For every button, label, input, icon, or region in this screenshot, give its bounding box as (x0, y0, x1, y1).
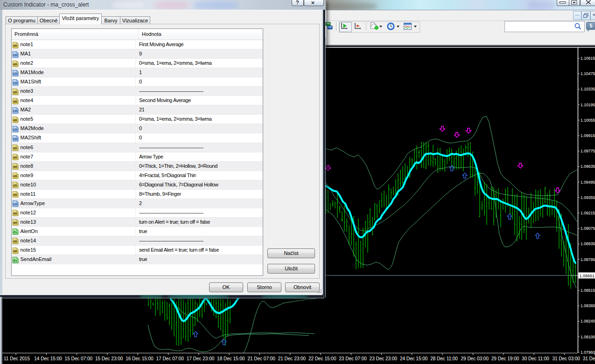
svg-text:1.09355: 1.09355 (581, 195, 595, 200)
svg-text:ab: ab (13, 155, 17, 159)
svg-text:ab: ab (13, 240, 17, 244)
svg-text:ab: ab (13, 211, 17, 215)
svg-text:14 Dec 15:00: 14 Dec 15:00 (34, 356, 62, 361)
svg-text:1.09775: 1.09775 (581, 149, 595, 153)
svg-text:24 Dec 15:00: 24 Dec 15:00 (400, 356, 428, 361)
svg-text:1.08795: 1.08795 (581, 257, 595, 262)
svg-text:1.09635: 1.09635 (581, 164, 595, 169)
svg-text:16 Dec 15:00: 16 Dec 15:00 (126, 356, 154, 361)
svg-text:1.08240: 1.08240 (581, 319, 595, 323)
svg-text:1.09075: 1.09075 (581, 226, 595, 231)
svg-text:17 Dec 07:00: 17 Dec 07:00 (156, 356, 184, 361)
svg-text:1.09495: 1.09495 (581, 180, 595, 185)
svg-text:31 Dec 19:00: 31 Dec 19:00 (583, 356, 595, 361)
svg-text:1.09915: 1.09915 (581, 133, 595, 138)
svg-text:1.10475: 1.10475 (581, 71, 595, 76)
svg-text:123: 123 (13, 128, 18, 131)
svg-text:1.08380: 1.08380 (581, 303, 595, 308)
svg-text:21 Dec 23:00: 21 Dec 23:00 (278, 356, 306, 361)
svg-text:11 Dec 2015: 11 Dec 2015 (4, 356, 30, 361)
svg-text:30 Dec 11:00: 30 Dec 11:00 (522, 356, 549, 361)
svg-text:1.10615: 1.10615 (581, 56, 595, 61)
svg-text:18 Dec 15:00: 18 Dec 15:00 (217, 356, 245, 361)
svg-text:ab: ab (13, 221, 17, 225)
svg-text:ab: ab (13, 174, 17, 178)
svg-text:23 Dec 23:00: 23 Dec 23:00 (370, 356, 398, 361)
svg-text:ab: ab (13, 192, 17, 197)
svg-text:23 Dec 07:00: 23 Dec 07:00 (339, 356, 367, 361)
svg-text:ab: ab (13, 62, 17, 66)
svg-text:1.10055: 1.10055 (581, 118, 595, 123)
svg-text:ab: ab (13, 249, 17, 253)
svg-text:123: 123 (13, 53, 18, 56)
svg-text:✕: ✕ (311, 0, 315, 6)
svg-text:1.08661: 1.08661 (580, 274, 595, 278)
svg-text:21 Dec 07:00: 21 Dec 07:00 (247, 356, 275, 361)
svg-text:ab: ab (13, 183, 17, 187)
svg-text:29 Dec 19:00: 29 Dec 19:00 (491, 356, 519, 361)
svg-text:ab: ab (13, 165, 17, 169)
svg-text:?: ? (296, 0, 299, 6)
svg-text:123: 123 (13, 71, 18, 75)
svg-text:17 Dec 23:00: 17 Dec 23:00 (187, 356, 215, 361)
svg-text:29 Dec 03:00: 29 Dec 03:00 (461, 356, 489, 361)
svg-text:1.08515: 1.08515 (581, 288, 595, 293)
svg-text:1.08100: 1.08100 (581, 335, 595, 339)
svg-text:1.10195: 1.10195 (581, 103, 595, 107)
svg-text:1.09215: 1.09215 (581, 211, 595, 215)
svg-text:ab: ab (13, 43, 17, 48)
svg-text:15 Dec 07:00: 15 Dec 07:00 (65, 356, 93, 361)
svg-text:123: 123 (13, 81, 18, 84)
svg-text:123: 123 (13, 137, 18, 140)
svg-text:1.08935: 1.08935 (581, 241, 595, 246)
svg-text:31 Dec 03:00: 31 Dec 03:00 (552, 356, 580, 361)
svg-text:123: 123 (13, 202, 18, 206)
svg-text:ab: ab (13, 118, 17, 122)
svg-text:ab: ab (13, 90, 17, 94)
svg-text:ab: ab (13, 99, 17, 103)
svg-text:28 Dec 11:00: 28 Dec 11:00 (430, 356, 458, 361)
svg-text:1.07960: 1.07960 (581, 350, 595, 355)
svg-text:15 Dec 23:00: 15 Dec 23:00 (95, 356, 123, 361)
svg-text:22 Dec 15:00: 22 Dec 15:00 (308, 356, 336, 361)
svg-text:ab: ab (13, 146, 17, 150)
svg-text:123: 123 (13, 109, 18, 112)
svg-text:1.10335: 1.10335 (581, 87, 595, 91)
